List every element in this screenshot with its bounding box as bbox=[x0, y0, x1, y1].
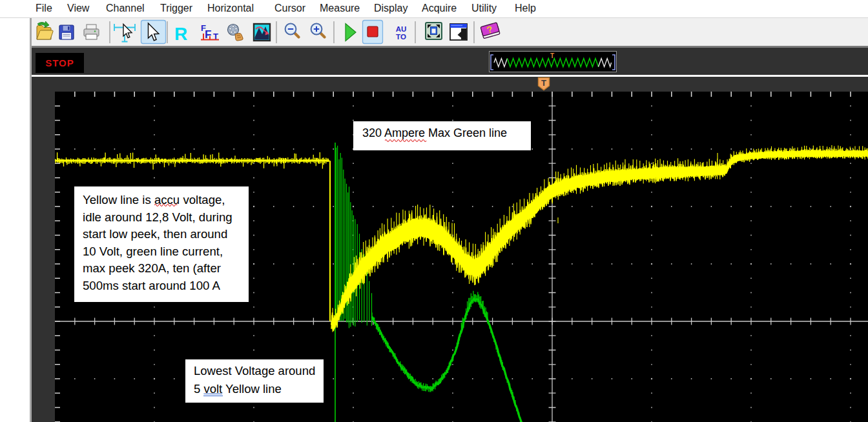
svg-text:TO: TO bbox=[396, 33, 406, 41]
svg-text:T: T bbox=[550, 52, 554, 59]
svg-text:AU: AU bbox=[396, 25, 407, 33]
svg-text:T: T bbox=[541, 78, 546, 88]
svg-text:R: R bbox=[174, 24, 187, 44]
